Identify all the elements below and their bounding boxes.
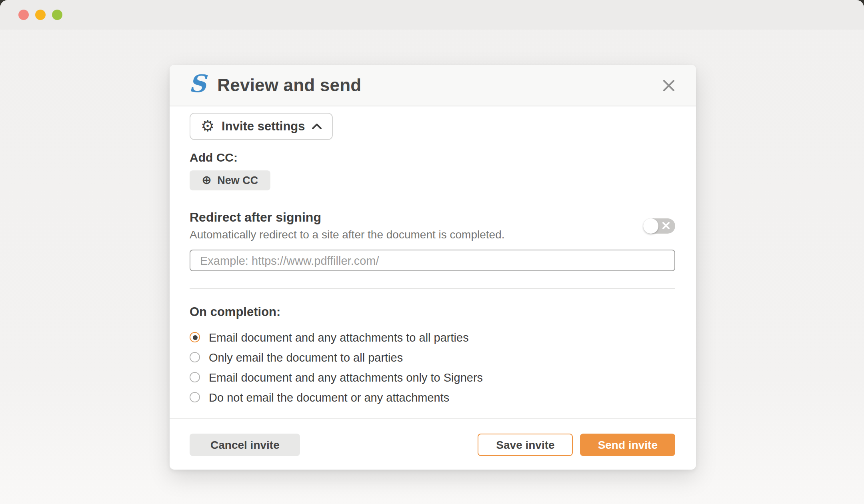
radio-option-only-document[interactable]: Only email the document to all parties xyxy=(190,347,675,367)
radio-option-label: Do not email the document or any attachm… xyxy=(209,391,449,404)
traffic-light-minimize-icon[interactable] xyxy=(35,10,46,20)
toggle-off-x-icon xyxy=(662,222,670,229)
radio-option-label: Email document and any attachments to al… xyxy=(209,331,469,344)
app-window: S Review and send ⚙ Invite settings xyxy=(0,0,864,504)
radio-option-email-all[interactable]: Email document and any attachments to al… xyxy=(190,327,675,347)
gear-icon: ⚙ xyxy=(201,118,214,133)
radio-option-label: Email document and any attachments only … xyxy=(209,371,483,384)
radio-selected-icon[interactable] xyxy=(190,332,200,342)
save-invite-button[interactable]: Save invite xyxy=(478,433,573,456)
redirect-text-block: Redirect after signing Automatically red… xyxy=(190,210,505,241)
window-titlebar xyxy=(0,0,864,30)
radio-option-signers-only[interactable]: Email document and any attachments only … xyxy=(190,367,675,387)
dialog-title: Review and send xyxy=(217,75,361,96)
traffic-light-zoom-icon[interactable] xyxy=(52,10,62,20)
screen: S Review and send ⚙ Invite settings xyxy=(0,0,864,504)
redirect-url-input[interactable] xyxy=(190,250,675,271)
on-completion-label: On completion: xyxy=(190,305,675,319)
completion-options-list: Email document and any attachments to al… xyxy=(190,327,675,407)
toggle-knob[interactable] xyxy=(643,218,658,233)
radio-unselected-icon[interactable] xyxy=(190,392,200,402)
redirect-toggle[interactable] xyxy=(643,218,675,233)
traffic-light-close-icon[interactable] xyxy=(18,10,29,20)
radio-option-do-not-email[interactable]: Do not email the document or any attachm… xyxy=(190,387,675,407)
radio-unselected-icon[interactable] xyxy=(190,372,200,382)
close-button[interactable] xyxy=(659,76,678,95)
redirect-after-signing-section: Redirect after signing Automatically red… xyxy=(190,210,675,241)
dialog-header: S Review and send xyxy=(170,65,696,106)
radio-option-label: Only email the document to all parties xyxy=(209,351,403,364)
new-cc-label: New CC xyxy=(217,174,258,186)
add-cc-label: Add CC: xyxy=(190,150,675,164)
dialog-body: ⚙ Invite settings Add CC: ⊕ New CC Redi xyxy=(170,106,696,407)
dialog-footer: Cancel invite Save invite Send invite xyxy=(170,418,696,470)
review-and-send-dialog: S Review and send ⚙ Invite settings xyxy=(170,65,696,470)
plus-circle-icon: ⊕ xyxy=(202,174,212,186)
send-invite-button[interactable]: Send invite xyxy=(580,433,675,456)
radio-unselected-icon[interactable] xyxy=(190,352,200,362)
invite-settings-label: Invite settings xyxy=(222,119,305,134)
close-icon xyxy=(663,80,674,91)
section-divider xyxy=(190,288,675,289)
redirect-title: Redirect after signing xyxy=(190,210,505,225)
new-cc-button[interactable]: ⊕ New CC xyxy=(190,170,270,190)
chevron-up-icon xyxy=(312,123,322,130)
cancel-invite-button[interactable]: Cancel invite xyxy=(190,433,300,456)
signnow-logo-icon: S xyxy=(189,72,206,96)
invite-settings-button[interactable]: ⚙ Invite settings xyxy=(190,113,333,140)
redirect-description: Automatically redirect to a site after t… xyxy=(190,228,505,241)
